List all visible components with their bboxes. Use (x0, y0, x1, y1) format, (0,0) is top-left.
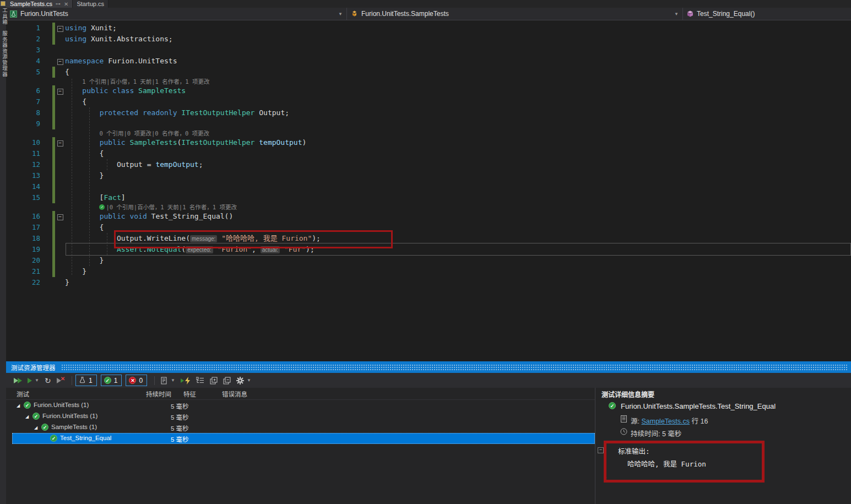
test-tree-row-Test_String_Equal[interactable]: ✓Test_String_Equal5 毫秒 (6, 433, 595, 444)
fold-marker[interactable]: − (57, 89, 63, 95)
member-dropdown[interactable]: Test_String_Equal() (683, 8, 851, 20)
codelens-row[interactable]: 0 个引用|0 项更改|0 名作者，0 项更改 (6, 129, 851, 137)
code-line-18[interactable]: 18 Output.WriteLine(message: "哈哈哈哈, 我是 F… (6, 233, 851, 244)
code-line-12[interactable]: 12 Output = tempOutput; (6, 159, 851, 170)
code-line-19[interactable]: 19 Assert.NotEqual(expected: "Furion", a… (6, 244, 851, 255)
panel-title-bar[interactable]: 测试资源管理器 (6, 361, 851, 373)
playlist-button[interactable]: ▼ (158, 376, 177, 386)
tab-sampletests[interactable]: SampleTests.cs ⊶ ✕ (6, 0, 73, 8)
play-icon (18, 378, 22, 383)
code-text: Output.WriteLine(message: "哈哈哈哈, 我是 Furi… (65, 233, 851, 244)
code-line-13[interactable]: 13 } (6, 170, 851, 181)
code-text: { (65, 222, 851, 233)
filter-failed-toggle[interactable]: ✕ 0 (126, 375, 147, 386)
chevron-down-icon: ▼ (334, 12, 343, 17)
settings-button[interactable]: ▼ (234, 376, 253, 386)
code-line-10[interactable]: 10− public SampleTests(ITestOutputHelper… (6, 137, 851, 148)
expander-icon[interactable]: ◢ (25, 414, 29, 419)
line-number: 5 (6, 67, 40, 78)
expander-icon[interactable]: ◢ (34, 425, 37, 430)
fold-marker[interactable]: − (57, 26, 63, 32)
code-line-9[interactable]: 9 (6, 118, 851, 129)
cancel-run-button[interactable]: ✕ (55, 377, 67, 384)
column-traits[interactable]: 特征 (183, 389, 196, 398)
code-line-8[interactable]: 8 protected readonly ITestOutputHelper O… (6, 107, 851, 118)
code-line-5[interactable]: 5{ (6, 67, 851, 78)
code-line-11[interactable]: 11 { (6, 148, 851, 159)
tab-label: SampleTests.cs (10, 1, 52, 7)
code-line-3[interactable]: 3 (6, 45, 851, 56)
source-file-link[interactable]: SampleTests.cs (641, 418, 690, 425)
line-number: 6 (6, 85, 40, 96)
codelens-text[interactable]: 1 个引用|百小僧，1 天前|1 名作者，1 项更改 (82, 78, 209, 85)
collapse-all-button[interactable] (221, 376, 233, 386)
filter-passed-toggle[interactable]: ✓ 1 (101, 375, 122, 386)
line-number: 13 (6, 170, 40, 181)
code-line-1[interactable]: 1−using Xunit; (6, 23, 851, 34)
expand-all-button[interactable] (208, 376, 220, 386)
run-after-build-button[interactable] (178, 376, 193, 386)
run-tests-button[interactable]: ▼ (25, 377, 41, 384)
stdout-label: 标准输出: (618, 446, 650, 456)
chevron-down-icon: ▼ (171, 378, 175, 383)
pin-icon[interactable]: ⊶ (56, 2, 61, 7)
source-line: 行 16 (691, 418, 708, 425)
codelens-row[interactable]: ✓|0 个引用|百小僧，1 天前|1 名作者，1 项更改 (6, 203, 851, 211)
code-line-14[interactable]: 14 (6, 181, 851, 192)
sidebar-tab-server-explorer[interactable]: 服务器资源管理器 (1, 31, 8, 77)
test-tree-row-Furion-UnitTests-1-[interactable]: ◢✓Furion.UnitTests (1)5 毫秒 (6, 400, 595, 411)
repeat-last-run-button[interactable]: ↻ (42, 376, 53, 386)
column-test[interactable]: 测试 (17, 389, 29, 398)
left-tool-strip: 工具箱 服务器资源管理器 (0, 0, 6, 504)
refresh-icon: ↻ (45, 377, 51, 384)
expander-icon[interactable]: ◢ (17, 403, 20, 408)
fold-marker[interactable]: − (57, 140, 63, 147)
sidebar-tab-toolbox[interactable]: 工具箱 (1, 8, 8, 25)
collapse-output-icon[interactable]: − (598, 447, 604, 453)
code-text: public class SampleTests (65, 85, 851, 96)
code-line-2[interactable]: 2using Xunit.Abstractions; (6, 34, 851, 45)
fold-marker[interactable]: − (57, 214, 63, 220)
source-label: 源: (631, 418, 639, 425)
test-tree: 测试 持续时间 特征 错误消息 ◢✓Furion.UnitTests (1)5 … (6, 388, 595, 504)
codelens-text[interactable]: 0 个引用|0 项更改|0 名作者，0 项更改 (99, 129, 209, 137)
test-duration: 5 毫秒 (171, 424, 189, 432)
code-text: { (65, 96, 851, 107)
close-icon[interactable]: ✕ (64, 2, 68, 7)
flask-icon (79, 377, 86, 384)
test-project-icon (10, 10, 17, 18)
codelens-text[interactable]: |0 个引用|百小僧，1 天前|1 名作者，1 项更改 (106, 203, 237, 211)
code-editor[interactable]: 1−using Xunit;2using Xunit.Abstractions;… (6, 20, 851, 361)
code-line-7[interactable]: 7 { (6, 96, 851, 107)
run-all-tests-button[interactable] (12, 377, 24, 384)
codelens-row[interactable]: 1 个引用|百小僧，1 天前|1 名作者，1 项更改 (6, 78, 851, 85)
passed-icon: ✓ (104, 377, 111, 384)
test-tree-row-SampleTests-1-[interactable]: ◢✓SampleTests (1)5 毫秒 (6, 422, 595, 433)
fold-margin (55, 96, 65, 107)
type-dropdown[interactable]: Furion.UnitTests.SampleTests ▼ (347, 8, 683, 20)
test-label: Test_String_Equal (60, 435, 111, 441)
test-explorer-panel: 测试资源管理器 ▼ ↻ ✕ (6, 361, 851, 504)
details-test-name: Furion.UnitTests.SampleTests.Test_String… (621, 402, 776, 410)
code-text (65, 45, 851, 56)
line-number: 8 (6, 107, 40, 118)
code-line-4[interactable]: 4−namespace Furion.UnitTests (6, 56, 851, 67)
project-dropdown[interactable]: Furion.UnitTests ▼ (6, 8, 347, 20)
filter-total-toggle[interactable]: 1 (75, 375, 97, 386)
group-by-button[interactable] (194, 376, 207, 385)
tab-startup[interactable]: Startup.cs (73, 0, 109, 8)
code-line-6[interactable]: 6− public class SampleTests (6, 85, 851, 96)
code-line-17[interactable]: 17 { (6, 222, 851, 233)
code-line-15[interactable]: 15 [Fact] (6, 192, 851, 203)
code-line-16[interactable]: 16− public void Test_String_Equal() (6, 211, 851, 222)
lightning-icon (185, 377, 191, 384)
column-duration[interactable]: 持续时间 (146, 389, 171, 398)
code-line-22[interactable]: 22} (6, 277, 851, 288)
code-text: } (65, 170, 851, 181)
test-tree-row-Furion-UnitTests-1-[interactable]: ◢✓Furion.UnitTests (1)5 毫秒 (6, 411, 595, 422)
code-line-20[interactable]: 20 } (6, 255, 851, 266)
fold-marker[interactable]: − (57, 59, 63, 65)
chevron-down-icon: ▼ (35, 378, 39, 383)
column-error-message[interactable]: 错误消息 (222, 389, 247, 398)
code-line-21[interactable]: 21 } (6, 266, 851, 277)
